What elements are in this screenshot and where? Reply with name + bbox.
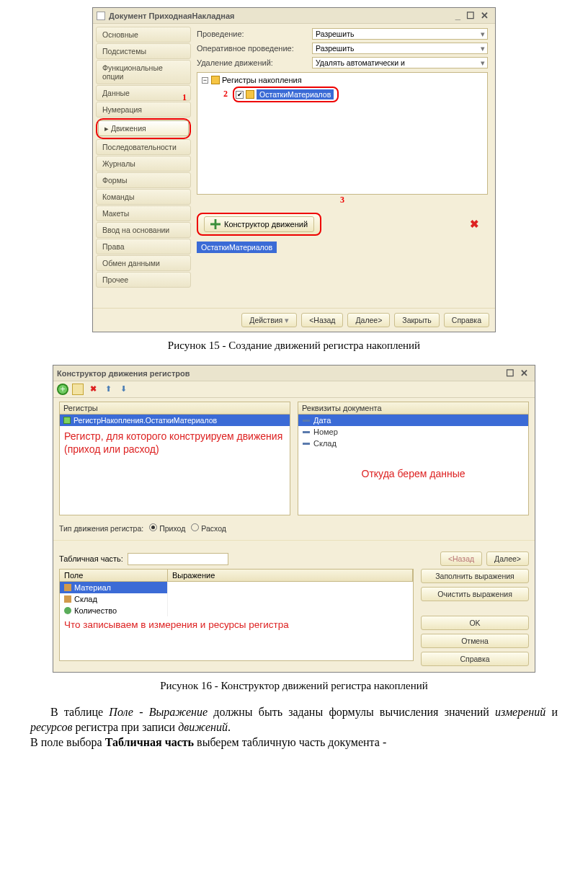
annotation-2: 2 (223, 89, 228, 99)
sidebar-item-vvod[interactable]: Ввод на основании (96, 222, 191, 238)
label-udalenie: Удаление движений: (197, 58, 312, 67)
attr-row-nomer[interactable]: Номер (298, 426, 528, 438)
annotation-box-1: Движения (96, 118, 191, 139)
sidebar-item-prochee[interactable]: Прочее (96, 272, 191, 288)
sidebar-item-komandy[interactable]: Команды (96, 189, 191, 205)
tree-collapse-icon[interactable]: − (202, 77, 208, 84)
selected-register-tab[interactable]: ОстаткиМатериалов (197, 242, 277, 253)
attr-icon (303, 431, 310, 433)
sidebar-item-zhurnaly[interactable]: Журналы (96, 156, 191, 172)
close-wizard-button[interactable]: Закрыть (394, 313, 439, 327)
clear-expressions-button[interactable]: Очистить выражения (421, 587, 529, 601)
grid-row-material[interactable]: Материал (60, 582, 413, 593)
add-icon[interactable] (57, 384, 68, 395)
annotation-grid-note: Что записываем в измерения и ресурсы рег… (60, 616, 413, 633)
attr-row-data[interactable]: Дата (298, 415, 528, 426)
register-row-label: РегистрНакопления.ОстаткиМатериалов (74, 416, 217, 425)
help-button[interactable]: Справка (444, 313, 489, 327)
move-down-icon[interactable]: ⬇ (117, 384, 129, 395)
select-udalenie[interactable]: Удалять автоматически и (312, 57, 488, 68)
constructor-button[interactable]: Конструктор движений (204, 216, 314, 232)
fill-expressions-button[interactable]: Заполнить выражения (421, 569, 529, 583)
register-row[interactable]: РегистрНакопления.ОстаткиМатериалов (60, 415, 290, 426)
sidebar-item-osnovnye[interactable]: Основные (96, 27, 191, 43)
grid-row-kolichestvo[interactable]: Количество (60, 605, 413, 616)
minimize-button[interactable]: _ (453, 10, 463, 21)
movement-type-label: Тип движения регистра: (59, 524, 143, 533)
annotation-box-2: ✔ ОстаткиМатериалов (233, 87, 339, 102)
annotation-1: 1 (182, 92, 187, 103)
checkbox-ostatki[interactable]: ✔ (236, 91, 244, 99)
panel-attributes-head: Реквизиты документа (298, 402, 529, 415)
movement-type-row: Тип движения регистра: Приход Расход (53, 519, 535, 537)
attr-icon (303, 420, 310, 422)
annotation-box-3: Конструктор движений (197, 213, 321, 236)
panel-registers: Регистры РегистрНакопления.ОстаткиМатери… (59, 402, 290, 515)
back-button[interactable]: <Назад (301, 313, 343, 327)
delete-icon[interactable]: ✖ (87, 384, 99, 395)
select-provedenie[interactable]: Разрешить (312, 28, 488, 40)
actions-button[interactable]: Действия (241, 313, 297, 327)
move-up-icon[interactable]: ⬆ (102, 384, 114, 395)
annotation-attr-note: Откуда берем данные (298, 464, 528, 481)
sidebar-item-formy[interactable]: Формы (96, 172, 191, 188)
register-row-icon (63, 417, 71, 424)
cancel-button[interactable]: Отмена (421, 634, 529, 648)
register-icon (246, 90, 254, 99)
tab-part-select[interactable] (128, 553, 228, 565)
tree-registers[interactable]: − Регистры накопления 2 ✔ ОстаткиМатериа… (197, 72, 488, 195)
constructor-plus-icon (210, 219, 220, 229)
sidebar-item-podsistemy[interactable]: Подсистемы (96, 43, 191, 59)
sidebar-item-dvizheniya[interactable]: Движения (98, 120, 189, 136)
next-button[interactable]: Далее> (347, 313, 390, 327)
next-button-2[interactable]: Далее> (486, 551, 529, 566)
window-fig16: Конструктор движения регистров ☐ ✕ ✖ ⬆ ⬇… (53, 365, 535, 673)
attr-row-sklad[interactable]: Склад (298, 438, 528, 449)
annotation-register-note: Регистр, для которого конструируем движе… (60, 426, 290, 456)
radio-rashod[interactable]: Расход (191, 523, 226, 533)
grid-row-sklad[interactable]: Склад (60, 593, 413, 605)
close-button[interactable]: ✕ (517, 368, 531, 378)
tab-part-label: Табличная часть: (59, 554, 123, 563)
ok-button[interactable]: OK (421, 616, 529, 630)
attr-icon (303, 443, 310, 445)
folder-icon (211, 76, 220, 84)
constructor-button-label: Конструктор движений (224, 220, 308, 229)
maximize-button[interactable]: ☐ (463, 10, 478, 21)
window-fig15: Документ ПриходнаяНакладная _ ☐ ✕ Основн… (92, 7, 496, 332)
label-oper-provedenie: Оперативное проведение: (197, 44, 312, 53)
sidebar-item-makety[interactable]: Макеты (96, 205, 191, 221)
grid-header-pole: Поле (60, 570, 168, 581)
back-button-2[interactable]: <Назад (440, 551, 482, 566)
footer-fig15: Действия <Назад Далее> Закрыть Справка (93, 308, 495, 332)
copy-icon[interactable] (72, 384, 84, 395)
delete-x-icon[interactable]: ✖ (461, 218, 488, 231)
grid-header-vyrazhenie: Выражение (168, 570, 413, 581)
sidebar-item-prava[interactable]: Права (96, 239, 191, 254)
sidebar-item-numeratsiya[interactable]: Нумерация (96, 102, 191, 118)
tree-root-label: Регистры накопления (222, 76, 302, 84)
panel-registers-head: Регистры (59, 402, 290, 415)
close-button[interactable]: ✕ (478, 10, 491, 21)
main-pane: Проведение: Разрешить Оперативное провед… (194, 24, 495, 308)
document-body-text: В таблице Поле - Выражение должны быть з… (30, 705, 558, 750)
help-button-2[interactable]: Справка (421, 652, 529, 666)
label-provedenie: Проведение: (197, 30, 312, 38)
sidebar-item-func-options[interactable]: Функциональные опции (96, 60, 191, 84)
maximize-button[interactable]: ☐ (503, 368, 517, 378)
radio-prihod[interactable]: Приход (149, 523, 185, 533)
toolbar: ✖ ⬆ ⬇ (53, 381, 535, 398)
tree-child-label[interactable]: ОстаткиМатериалов (257, 89, 334, 99)
sidebar-item-dannye[interactable]: Данные (96, 85, 191, 101)
panel-attributes: Реквизиты документа Дата Номер Склад Отк… (298, 402, 529, 515)
dimension-icon (64, 595, 71, 603)
sidebar-item-posled[interactable]: Последовательности (96, 139, 191, 155)
dimension-icon (64, 584, 71, 591)
select-oper-provedenie[interactable]: Разрешить (312, 43, 488, 54)
fields-grid: Поле Выражение Материал Склад Количество… (59, 569, 414, 666)
annotation-3: 3 (340, 195, 344, 205)
sidebar: Основные Подсистемы Функциональные опции… (93, 24, 194, 308)
caption-fig16: Рисунок 16 - Конструктор движений регист… (14, 680, 574, 692)
caption-fig15: Рисунок 15 - Создание движений регистра … (14, 340, 574, 352)
sidebar-item-obmen[interactable]: Обмен данными (96, 255, 191, 271)
